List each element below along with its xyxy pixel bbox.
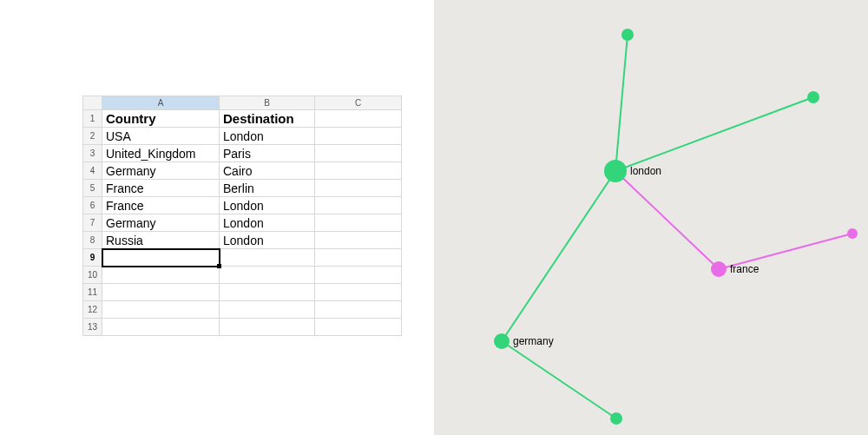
table-row: 12 [83,301,402,319]
row-header[interactable]: 9 [83,249,102,267]
row-header[interactable]: 12 [83,301,102,319]
cell[interactable] [102,319,220,336]
cell[interactable] [315,284,402,301]
cell[interactable]: Berlin [220,180,315,197]
cell[interactable]: Paris [220,145,315,162]
row-header[interactable]: 10 [83,267,102,284]
table-row: 13 [83,319,402,336]
graph-edge [502,341,616,419]
graph-panel: londonfrancegermany [434,0,868,435]
graph-node-label: london [630,165,661,177]
graph-node[interactable] [621,29,634,41]
table-row: 4GermanyCairo [83,162,402,180]
table-row: 11 [83,284,402,301]
cell[interactable]: Country [102,110,220,128]
table-row: 3United_KingdomParis [83,145,402,162]
cell[interactable]: United_Kingdom [102,145,220,162]
cell[interactable]: London [220,232,315,249]
cell[interactable]: France [102,180,220,197]
table-row: 7GermanyLondon [83,214,402,232]
graph-edge [615,35,628,171]
table-row: 10 [83,267,402,284]
col-header-c[interactable]: C [315,96,402,110]
cell[interactable]: Germany [102,162,220,180]
graph-node[interactable] [711,261,727,277]
row-header[interactable]: 1 [83,110,102,128]
col-header-b[interactable]: B [220,96,315,110]
cell[interactable] [315,214,402,232]
cell[interactable] [102,301,220,319]
cell[interactable]: London [220,128,315,145]
spreadsheet-panel: A B C 1CountryDestination2USALondon3Unit… [0,0,434,435]
corner-cell[interactable] [83,96,102,110]
table-row: 5FranceBerlin [83,180,402,197]
cell[interactable]: Destination [220,110,315,128]
table-row: 6FranceLondon [83,197,402,214]
graph-node-label: france [730,263,759,275]
graph-edges [434,0,868,435]
cell[interactable] [315,180,402,197]
graph-node-label: germany [513,335,554,347]
row-header[interactable]: 2 [83,128,102,145]
spreadsheet[interactable]: A B C 1CountryDestination2USALondon3Unit… [82,96,402,336]
cell[interactable] [315,110,402,128]
cell[interactable] [220,301,315,319]
row-header[interactable]: 4 [83,162,102,180]
cell[interactable] [315,128,402,145]
cell[interactable] [315,249,402,267]
row-header[interactable]: 5 [83,180,102,197]
row-header[interactable]: 11 [83,284,102,301]
cell[interactable]: USA [102,128,220,145]
row-header[interactable]: 6 [83,197,102,214]
cell[interactable]: London [220,197,315,214]
graph-node[interactable] [610,412,622,425]
graph-node[interactable] [847,228,858,239]
cell[interactable] [315,301,402,319]
cell[interactable] [315,319,402,336]
cell[interactable] [102,267,220,284]
cell[interactable] [315,145,402,162]
row-header[interactable]: 3 [83,145,102,162]
cell[interactable] [315,162,402,180]
graph-node[interactable] [494,333,510,349]
table-row: 1CountryDestination [83,110,402,128]
cell[interactable] [315,267,402,284]
cell[interactable] [220,249,315,267]
graph-edge [502,171,615,341]
graph-node[interactable] [604,160,627,182]
row-header[interactable]: 7 [83,214,102,232]
cell[interactable]: London [220,214,315,232]
cell[interactable]: Russia [102,232,220,249]
cell[interactable] [315,232,402,249]
table-row: 2USALondon [83,128,402,145]
table-row: 9 [83,249,402,267]
cell[interactable]: Germany [102,214,220,232]
table-row: 8RussiaLondon [83,232,402,249]
selected-cell[interactable] [102,249,220,267]
row-header[interactable]: 8 [83,232,102,249]
cell[interactable]: Cairo [220,162,315,180]
graph-edge [615,171,719,269]
row-header[interactable]: 13 [83,319,102,336]
graph-edge [615,97,813,171]
graph-node[interactable] [807,91,819,103]
cell[interactable] [315,197,402,214]
cell[interactable] [220,284,315,301]
col-header-a[interactable]: A [102,96,220,110]
cell[interactable] [102,284,220,301]
cell[interactable] [220,267,315,284]
cell[interactable]: France [102,197,220,214]
cell[interactable] [220,319,315,336]
